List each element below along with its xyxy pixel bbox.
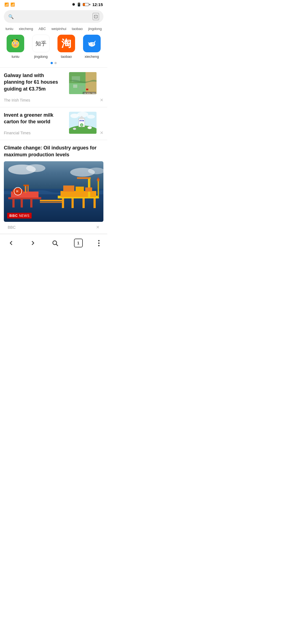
scan-icon[interactable]: ⊡ (93, 13, 99, 20)
more-button[interactable] (95, 239, 102, 247)
tab-count: 1 (74, 239, 83, 247)
milk-title[interactable]: Invent a greener milk carton for the wor… (4, 112, 66, 125)
dot-2[interactable] (54, 62, 57, 64)
quick-link-weipinhui[interactable]: weipinhui (51, 27, 66, 31)
quick-link-tuniu[interactable]: tuniu (6, 27, 13, 31)
svg-point-39 (26, 164, 45, 172)
svg-rect-16 (86, 72, 97, 94)
forward-icon (30, 240, 36, 246)
back-icon (8, 240, 14, 246)
svg-point-5 (14, 44, 17, 46)
search-nav-button[interactable] (49, 239, 61, 247)
sim-icon: 📶 (4, 2, 9, 7)
taobao-label: taobao (61, 54, 72, 59)
search-icon: 🔍 (8, 14, 14, 19)
climate-source-row: BBC ✕ (4, 222, 103, 234)
svg-rect-59 (77, 177, 91, 179)
battery-icon (83, 3, 90, 6)
news-item-milk: Invent a greener milk carton for the wor… (0, 107, 107, 140)
svg-rect-65 (72, 198, 74, 208)
vibrate-icon: 📳 (77, 2, 81, 7)
tabs-button[interactable]: 1 (71, 238, 86, 249)
svg-rect-50 (30, 199, 32, 208)
svg-rect-62 (76, 187, 84, 192)
bbc-logo-text: BBC (9, 214, 18, 218)
svg-rect-66 (82, 198, 85, 208)
svg-rect-67 (94, 198, 96, 208)
dot-1[interactable] (51, 62, 53, 64)
wifi-icon: 📶 (10, 2, 15, 7)
quick-link-xiecheng[interactable]: xiecheng (19, 27, 33, 31)
galway-text: Galway land with planning for 61 houses … (4, 72, 66, 103)
svg-rect-55 (40, 202, 62, 203)
status-right-icons: ✱ 📳 12:15 (72, 2, 103, 7)
svg-rect-57 (61, 191, 96, 197)
taobao-icon: 淘 (57, 35, 75, 52)
app-item-tuniu[interactable]: tuniu (4, 35, 26, 59)
svg-rect-54 (40, 200, 62, 201)
galway-title[interactable]: Galway land with planning for 61 houses … (4, 72, 66, 92)
back-button[interactable] (5, 239, 17, 247)
milk-carton-image: milk ♻ (69, 112, 97, 134)
climate-source: BBC (8, 225, 16, 230)
taobao-char-icon: 淘 (61, 37, 71, 50)
svg-point-4 (16, 42, 18, 43)
svg-rect-63 (85, 187, 92, 192)
svg-rect-20 (86, 89, 88, 90)
quick-link-taobao[interactable]: taobao (72, 27, 83, 31)
svg-rect-48 (12, 199, 15, 208)
svg-point-13 (93, 43, 94, 44)
xiecheng-label: xiecheng (85, 54, 99, 59)
svg-point-7 (16, 45, 16, 46)
climate-title[interactable]: Climate change: Oil industry argues for … (4, 144, 103, 158)
search-bar-container: 🔍 ⊡ (0, 8, 107, 26)
quick-link-abc[interactable]: ABC (38, 27, 46, 31)
milk-close-btn[interactable]: ✕ (100, 130, 103, 135)
svg-point-3 (13, 42, 14, 43)
svg-rect-53 (28, 186, 29, 192)
bottom-nav: 1 (0, 234, 107, 253)
milk-thumbnail: milk ♻ (69, 112, 97, 134)
bbc-news-label: NEWS (19, 214, 29, 218)
bluetooth-icon: ✱ (72, 2, 75, 7)
news-feed: Galway land with planning for 61 houses … (0, 67, 107, 234)
svg-rect-19 (79, 86, 84, 90)
search-input[interactable] (16, 14, 90, 19)
forward-button[interactable] (27, 239, 39, 247)
galway-source: The Irish Times (4, 98, 30, 102)
galway-thumbnail: THE IRISH TIMES THE IRISH TIMES (69, 72, 97, 94)
jingdong-label: jingdong (34, 54, 48, 59)
galway-aerial-image: THE IRISH TIMES THE IRISH TIMES (69, 72, 97, 94)
climate-image: H (4, 161, 103, 222)
svg-rect-10 (16, 39, 18, 40)
carousel-dots (0, 60, 107, 67)
bbc-badge: BBC NEWS (7, 213, 32, 219)
svg-point-36 (73, 128, 76, 130)
svg-rect-9 (13, 39, 15, 40)
news-item-climate: Climate change: Oil industry argues for … (0, 140, 107, 234)
jingdong-text-icon: 知乎 (35, 40, 46, 47)
svg-rect-68 (98, 181, 99, 197)
svg-text:♻: ♻ (81, 124, 82, 126)
milk-source: Financial Times (4, 131, 31, 135)
tuniu-cow-icon (10, 38, 21, 49)
svg-rect-61 (63, 185, 74, 192)
galway-close-btn[interactable]: ✕ (100, 97, 103, 103)
search-bar[interactable]: 🔍 ⊡ (4, 10, 103, 23)
svg-point-70 (97, 178, 99, 179)
svg-rect-64 (62, 198, 64, 208)
milk-text: Invent a greener milk carton for the wor… (4, 112, 66, 136)
quick-link-jingdong[interactable]: jingdong (88, 27, 102, 31)
svg-point-35 (87, 126, 92, 129)
tuniu-label: tuniu (12, 54, 19, 59)
svg-text:milk: milk (80, 120, 83, 122)
search-nav-icon (52, 240, 58, 246)
app-item-jingdong[interactable]: 知乎 jingdong (30, 35, 52, 59)
news-item-galway: Galway land with planning for 61 houses … (0, 68, 107, 107)
app-icons-grid: tuniu 知乎 jingdong 淘 taobao xiecheng (0, 33, 107, 60)
climate-close-btn[interactable]: ✕ (96, 225, 100, 230)
app-item-xiecheng[interactable]: xiecheng (81, 35, 103, 59)
app-item-taobao[interactable]: 淘 taobao (55, 35, 77, 59)
quick-links: tuniu xiecheng ABC weipinhui taobao jing… (0, 26, 107, 33)
time-display: 12:15 (92, 2, 103, 7)
